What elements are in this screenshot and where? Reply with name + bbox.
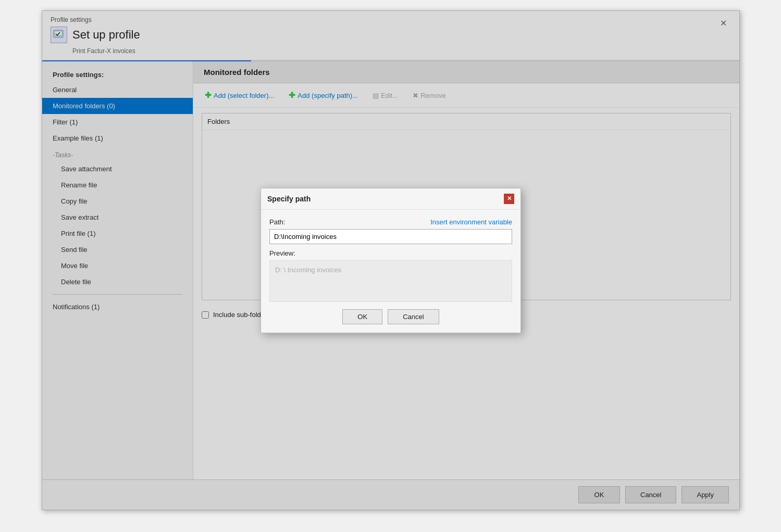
modal-body: Path: Insert environment variable Previe… [261, 210, 520, 333]
modal-title-bar: Specify path ✕ [261, 188, 520, 210]
specify-path-modal: Specify path ✕ Path: Insert environment … [261, 188, 521, 333]
preview-area: D: \ Incoming invoices [269, 260, 512, 302]
main-panel: Monitored folders ✚ Add (select folder).… [193, 61, 739, 479]
main-window: Profile settings Set up profile Print Fa… [42, 10, 740, 510]
path-input[interactable] [269, 229, 512, 244]
modal-buttons: OK Cancel [269, 309, 512, 324]
modal-ok-button[interactable]: OK [342, 309, 382, 324]
preview-value: D: \ Incoming invoices [275, 266, 341, 274]
content-area: Profile settings: General Monitored fold… [42, 61, 739, 479]
modal-overlay: Specify path ✕ Path: Insert environment … [193, 61, 739, 479]
modal-close-button[interactable]: ✕ [504, 194, 514, 204]
insert-env-var-link[interactable]: Insert environment variable [430, 218, 512, 226]
path-label: Path: [269, 218, 285, 226]
modal-title: Specify path [267, 195, 311, 203]
modal-cancel-button[interactable]: Cancel [388, 309, 439, 324]
preview-label: Preview: [269, 249, 512, 257]
path-row: Path: Insert environment variable [269, 218, 512, 226]
